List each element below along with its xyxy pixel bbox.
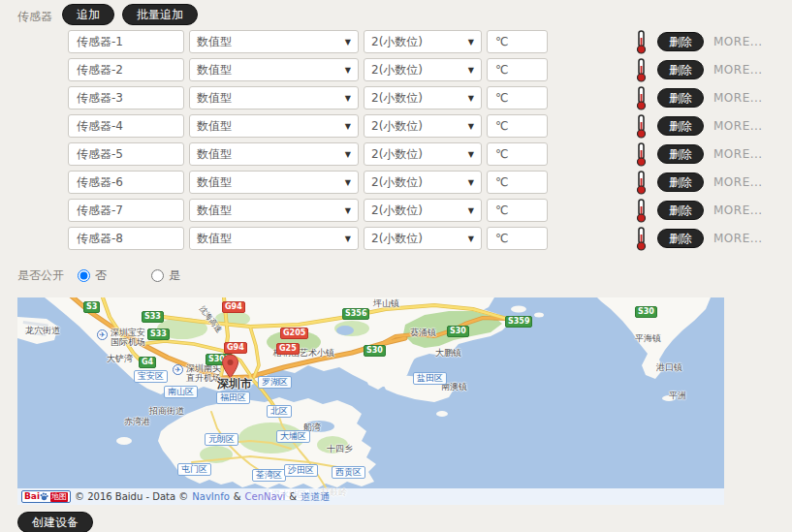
radio-yes[interactable] <box>151 269 164 282</box>
sensor-decimals-select[interactable]: 2(小数位) ▼ <box>364 171 482 194</box>
delete-sensor-button[interactable]: 删除 <box>657 60 704 79</box>
more-link[interactable]: MORE... <box>713 35 763 48</box>
daodaotong-link[interactable]: 道道通 <box>301 490 330 504</box>
delete-sensor-button[interactable]: 删除 <box>657 144 704 164</box>
create-device-button[interactable]: 创建设备 <box>17 512 93 532</box>
more-link[interactable]: MORE... <box>713 175 763 189</box>
chevron-down-icon: ▼ <box>345 66 351 75</box>
thermometer-icon <box>635 58 648 82</box>
more-link[interactable]: MORE... <box>713 203 763 217</box>
map-place-label: 龙穴街道 <box>25 326 60 335</box>
map-district-badge: 南山区 <box>164 386 198 398</box>
sensor-decimals-select[interactable]: 2(小数位) ▼ <box>364 58 482 81</box>
sensor-unit-input[interactable] <box>487 86 548 110</box>
delete-sensor-button[interactable]: 删除 <box>657 116 704 136</box>
chevron-down-icon: ▼ <box>468 150 474 159</box>
sensor-type-select[interactable]: 数值型 ▼ <box>189 171 359 194</box>
map-place-label: 平洲 <box>669 391 686 400</box>
sensor-name-input[interactable] <box>68 142 184 166</box>
sensor-type-value: 数值型 <box>197 174 232 191</box>
thermometer-icon <box>635 142 648 167</box>
map-place-label: 大铲湾 <box>107 354 133 363</box>
map-district-badge: 盐田区 <box>413 372 447 385</box>
sensor-unit-input[interactable] <box>487 30 548 53</box>
visibility-option-no[interactable]: 否 <box>78 267 107 284</box>
sensor-type-select[interactable]: 数值型 ▼ <box>189 58 359 81</box>
batch-add-sensor-button[interactable]: 批量追加 <box>122 4 198 25</box>
map-district-badge: 北区 <box>267 405 292 418</box>
sensor-decimals-select[interactable]: 2(小数位) ▼ <box>364 142 482 166</box>
sensor-name-input[interactable] <box>68 58 184 81</box>
sensor-row: 数值型 ▼ 2(小数位) ▼ 删除 MORE... <box>68 114 763 138</box>
navinfo-link[interactable]: NavInfo <box>192 491 229 502</box>
sensor-name-input[interactable] <box>68 227 184 250</box>
chevron-down-icon: ▼ <box>345 94 351 103</box>
sensor-name-input[interactable] <box>68 171 184 194</box>
sensor-unit-input[interactable] <box>487 142 548 166</box>
sensor-type-value: 数值型 <box>197 62 232 78</box>
sensor-decimals-select[interactable]: 2(小数位) ▼ <box>364 86 482 110</box>
map-road-badge: G205 <box>280 328 308 339</box>
map-road-badge: S30 <box>364 345 386 357</box>
more-link[interactable]: MORE... <box>713 232 763 245</box>
sensor-name-input[interactable] <box>68 86 184 110</box>
sensor-decimals-select[interactable]: 2(小数位) ▼ <box>364 199 482 222</box>
sensor-name-input[interactable] <box>68 114 184 138</box>
sensor-type-select[interactable]: 数值型 ▼ <box>189 227 359 250</box>
map-district-badge: 大埔区 <box>276 430 310 443</box>
delete-sensor-button[interactable]: 删除 <box>657 201 704 220</box>
cennavi-link[interactable]: CenNavi <box>245 491 286 502</box>
sensor-decimals-value: 2(小数位) <box>371 174 423 191</box>
sensor-decimals-select[interactable]: 2(小数位) ▼ <box>364 30 482 53</box>
chevron-down-icon: ▼ <box>345 38 351 47</box>
map-district-badge: 宝安区 <box>134 370 168 383</box>
more-link[interactable]: MORE... <box>713 91 763 105</box>
sensor-row: 数值型 ▼ 2(小数位) ▼ 删除 MORE... <box>68 30 763 53</box>
sensor-unit-input[interactable] <box>487 199 548 222</box>
map-road-badge: S30 <box>635 306 657 318</box>
delete-sensor-button[interactable]: 删除 <box>657 172 704 192</box>
more-link[interactable]: MORE... <box>713 63 763 77</box>
sensor-name-input[interactable] <box>68 30 184 53</box>
thermometer-icon <box>635 86 648 110</box>
more-link[interactable]: MORE... <box>713 147 763 161</box>
sensor-row: 数值型 ▼ 2(小数位) ▼ 删除 MORE... <box>68 86 763 110</box>
sensor-decimals-select[interactable]: 2(小数位) ▼ <box>364 227 482 250</box>
sensor-unit-input[interactable] <box>487 171 548 194</box>
map-place-label: 平海镇 <box>635 333 661 343</box>
sensor-type-select[interactable]: 数值型 ▼ <box>189 30 359 53</box>
map-district-badge: 西贡区 <box>332 466 365 479</box>
sensor-unit-input[interactable] <box>487 114 548 138</box>
sensor-type-select[interactable]: 数值型 ▼ <box>189 86 359 110</box>
sensor-decimals-select[interactable]: 2(小数位) ▼ <box>364 114 482 138</box>
sensor-row: 数值型 ▼ 2(小数位) ▼ 删除 MORE... <box>68 171 763 194</box>
baidu-logo-text: Bai <box>24 491 40 502</box>
add-sensor-button[interactable]: 追加 <box>62 4 114 25</box>
sensor-unit-input[interactable] <box>487 227 548 250</box>
sensor-row: 数值型 ▼ 2(小数位) ▼ 删除 MORE... <box>68 199 763 222</box>
map-district-badge: 沙田区 <box>284 464 318 477</box>
baidu-map[interactable]: 龙穴街道深圳宝安国际机场沈海高速深圳南头直升机场梧桐山艺术小镇坪山镇葵涌镇大鹏镇… <box>17 297 724 505</box>
radio-yes-label: 是 <box>169 267 180 284</box>
sensor-unit-input[interactable] <box>487 58 548 81</box>
visibility-option-yes[interactable]: 是 <box>151 267 180 284</box>
radio-no[interactable] <box>78 269 90 282</box>
map-road-badge: G94 <box>224 342 247 354</box>
sensor-name-input[interactable] <box>68 199 184 222</box>
sensor-type-value: 数值型 <box>197 34 232 50</box>
map-marker-pin[interactable] <box>221 354 239 379</box>
sensor-type-select[interactable]: 数值型 ▼ <box>189 114 359 138</box>
more-link[interactable]: MORE... <box>713 119 763 133</box>
map-road-badge: S33 <box>142 311 164 323</box>
sensor-type-value: 数值型 <box>197 146 232 163</box>
sensor-type-select[interactable]: 数值型 ▼ <box>189 142 359 166</box>
chevron-down-icon: ▼ <box>468 178 474 187</box>
delete-sensor-button[interactable]: 删除 <box>657 88 704 108</box>
delete-sensor-button[interactable]: 删除 <box>657 32 704 51</box>
delete-sensor-button[interactable]: 删除 <box>657 229 704 248</box>
sensor-decimals-value: 2(小数位) <box>371 146 423 163</box>
airport-icon: ✈ <box>173 364 183 375</box>
sensor-type-select[interactable]: 数值型 ▼ <box>189 199 359 222</box>
map-city-label: 深圳市 <box>217 379 252 389</box>
map-road-badge: S356 <box>342 308 369 320</box>
